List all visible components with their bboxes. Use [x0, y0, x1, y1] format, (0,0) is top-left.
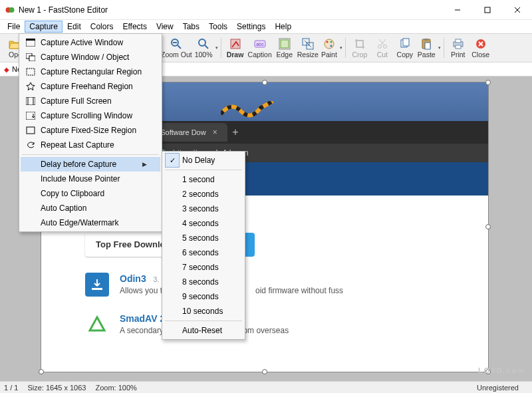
crop-icon: [354, 37, 366, 51]
paint-button[interactable]: Paint ▾: [320, 35, 342, 61]
menu-item-delay[interactable]: Delay before Capture ▶: [21, 157, 160, 172]
svg-line-7: [178, 45, 181, 49]
svg-point-20: [330, 41, 332, 43]
svg-rect-27: [424, 39, 428, 41]
menu-help[interactable]: Help: [270, 21, 296, 33]
menu-capture[interactable]: Capture: [25, 21, 63, 33]
copy-button[interactable]: Copy: [394, 35, 416, 61]
svg-rect-33: [92, 288, 102, 290]
window-close-button[interactable]: [502, 0, 532, 20]
menu-item-auto-edge[interactable]: Auto Edge/Watermark: [21, 215, 160, 230]
menu-item-active-window[interactable]: Capture Active Window: [21, 35, 160, 50]
edge-icon: [279, 37, 291, 51]
menu-item-rect-region[interactable]: Capture Rectangular Region: [21, 65, 160, 79]
dirty-indicator-icon: ◆: [4, 66, 9, 73]
menu-item-copy-clipboard[interactable]: Copy to Clipboard: [21, 186, 160, 201]
zoom-fit-icon: [198, 37, 209, 51]
menu-settings[interactable]: Settings: [232, 21, 270, 33]
copy-icon: [399, 37, 411, 51]
svg-point-19: [326, 41, 328, 43]
crop-button[interactable]: Crop: [348, 35, 371, 61]
menu-item-fullscreen[interactable]: Capture Full Screen: [21, 94, 160, 108]
delay-option-no-delay[interactable]: ✓ No Delay: [164, 153, 243, 168]
menu-edit[interactable]: Edit: [63, 21, 86, 33]
resize-handle[interactable]: [485, 80, 491, 85]
delay-option-10s[interactable]: 10 seconds: [164, 304, 243, 319]
cut-icon: [376, 37, 388, 51]
window-minimize-button[interactable]: [442, 0, 472, 20]
menu-tools[interactable]: Tools: [204, 21, 232, 33]
delay-option-4s[interactable]: 4 seconds: [164, 216, 243, 231]
antivirus-icon: [85, 313, 109, 336]
status-size: Size: 1645 x 1063: [27, 384, 95, 392]
titlebar: New 1 - FastStone Editor: [0, 0, 532, 20]
print-button[interactable]: Print: [447, 35, 469, 61]
menu-item-freehand[interactable]: Capture Freehand Region: [21, 79, 160, 94]
delay-auto-reset[interactable]: Auto-Reset: [164, 323, 243, 338]
svg-rect-28: [425, 43, 430, 49]
resize-icon: [302, 37, 314, 51]
new-tab-button[interactable]: +: [227, 126, 243, 138]
status-registration: Unregistered: [477, 384, 528, 392]
download-row: Odin3 3. Allows you toid firmware withou…: [85, 273, 488, 297]
download-name[interactable]: Odin3: [120, 273, 146, 284]
chevron-down-icon: ▾: [438, 45, 441, 51]
delay-option-5s[interactable]: 5 seconds: [164, 231, 243, 245]
menu-item-window-object[interactable]: Capture Window / Object: [21, 50, 160, 65]
resize-handle[interactable]: [39, 369, 44, 374]
resize-button[interactable]: Resize: [296, 35, 320, 61]
menu-item-mouse-pointer[interactable]: Include Mouse Pointer: [21, 172, 160, 186]
close-red-icon: [475, 37, 487, 51]
page-body: Top Free Downlo est Updates Odin3 3. All…: [41, 222, 488, 336]
chevron-right-icon: ▶: [142, 161, 147, 168]
zoom-100-button[interactable]: 100% ▾: [194, 35, 218, 61]
repeat-icon: [23, 139, 38, 151]
window-maximize-button[interactable]: [472, 0, 502, 20]
delay-option-8s[interactable]: 8 seconds: [164, 275, 243, 289]
paste-button[interactable]: Paste ▾: [416, 35, 441, 61]
menu-item-scrolling[interactable]: Capture Scrolling Window: [21, 108, 160, 123]
svg-rect-35: [26, 39, 35, 41]
close-tab-icon[interactable]: ×: [213, 128, 217, 137]
delay-option-2s[interactable]: 2 seconds: [164, 187, 243, 201]
resize-handle[interactable]: [485, 224, 491, 229]
menu-item-fixed-size[interactable]: Capture Fixed-Size Region: [21, 123, 160, 138]
select-rect-icon: [23, 66, 38, 78]
delay-option-1s[interactable]: 1 second: [164, 172, 243, 187]
zoom-out-button[interactable]: Zoom Out: [160, 35, 194, 61]
menu-colors[interactable]: Colors: [86, 21, 118, 33]
ribbon-icon: [221, 101, 274, 121]
print-icon: [452, 37, 464, 51]
menu-item-repeat[interactable]: Repeat Last Capture: [21, 138, 160, 152]
delay-option-7s[interactable]: 7 seconds: [164, 260, 243, 275]
svg-point-1: [9, 7, 15, 13]
menu-effects[interactable]: Effects: [118, 21, 151, 33]
check-icon: ✓: [165, 153, 180, 168]
delay-option-6s[interactable]: 6 seconds: [164, 245, 243, 260]
menu-view[interactable]: View: [152, 21, 178, 33]
window-object-icon: [23, 51, 38, 63]
svg-point-18: [325, 39, 334, 49]
svg-point-22: [378, 45, 381, 49]
cut-button[interactable]: Cut: [371, 35, 394, 61]
app-icon: [5, 5, 15, 15]
svg-rect-31: [456, 45, 461, 49]
svg-rect-37: [29, 56, 35, 61]
status-page: 1 / 1: [4, 384, 27, 392]
download-row: SmadAV 2018 12.2.0 A secondary antivirus…: [85, 313, 488, 336]
caption-button[interactable]: abc Caption: [247, 35, 273, 61]
resize-handle[interactable]: [262, 369, 267, 374]
resize-handle[interactable]: [262, 80, 267, 85]
svg-point-9: [199, 39, 205, 46]
menu-tabs[interactable]: Tabs: [178, 21, 204, 33]
menu-item-auto-caption[interactable]: Auto Caption: [21, 201, 160, 215]
svg-rect-3: [485, 7, 490, 13]
delay-option-3s[interactable]: 3 seconds: [164, 201, 243, 216]
delay-option-9s[interactable]: 9 seconds: [164, 289, 243, 304]
menu-file[interactable]: File: [3, 21, 25, 33]
draw-button[interactable]: Draw: [224, 35, 247, 61]
close-button[interactable]: Close: [469, 35, 492, 61]
edge-button[interactable]: Edge: [273, 35, 296, 61]
active-window-icon: [23, 37, 38, 49]
capture-menu: Capture Active Window Capture Window / O…: [19, 33, 162, 232]
